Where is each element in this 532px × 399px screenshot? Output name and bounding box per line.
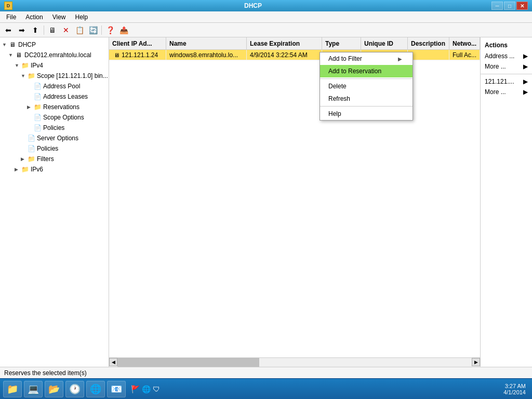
action-more-2[interactable]: More ... ▶	[481, 87, 532, 97]
cell-name: windows8.emrahtolu.lo...	[166, 50, 247, 60]
window-controls: ─ □ ✕	[491, 2, 528, 10]
dhcp-icon: 🖥	[8, 41, 17, 49]
context-menu: Add to Filter ▶ Add to Reservation Delet…	[320, 52, 413, 121]
ctx-delete[interactable]: Delete	[320, 80, 413, 92]
taskbar-explorer[interactable]: 📁	[3, 381, 22, 397]
export-button[interactable]: 📤	[117, 24, 130, 36]
tree-item-ipv6[interactable]: ▶ 📁 IPv6	[0, 164, 109, 175]
taskbar-clock[interactable]: 🕐	[65, 381, 84, 397]
window-title: DHCP	[15, 2, 491, 9]
expand-arrow-fil: ▶	[21, 156, 27, 162]
ctx-add-to-reservation[interactable]: Add to Reservation	[320, 65, 413, 77]
tree-item-server-options[interactable]: 📄 Server Options	[0, 133, 109, 143]
menu-help[interactable]: Help	[71, 12, 92, 22]
table-header: Client IP Ad... Name Lease Expiration Ty…	[109, 37, 480, 50]
properties-button[interactable]: 📋	[73, 24, 86, 36]
server-options-icon: 📄	[27, 134, 35, 142]
expand-arrow-scope: ▼	[21, 73, 27, 78]
col-network[interactable]: Netwo...	[449, 37, 480, 49]
time-display: 3:27 AM	[503, 383, 526, 389]
minimize-button[interactable]: ─	[491, 2, 503, 10]
menu-file[interactable]: File	[2, 12, 20, 22]
tree-item-policies-scope[interactable]: 📄 Policies	[0, 123, 109, 133]
tree-item-scope-options[interactable]: 📄 Scope Options	[0, 112, 109, 123]
up-button[interactable]: ⬆	[29, 24, 42, 36]
scroll-thumb	[117, 358, 259, 367]
taskbar-time[interactable]: 3:27 AM 4/1/2014	[503, 383, 530, 395]
action-more-1[interactable]: More ... ▶	[481, 61, 532, 72]
menu-action[interactable]: Action	[21, 12, 47, 22]
menu-bar: File Action View Help	[0, 11, 532, 23]
delete-button[interactable]: ✕	[60, 24, 72, 36]
col-unique-id[interactable]: Unique ID	[361, 37, 408, 49]
tree-item-ipv4[interactable]: ▼ 📁 IPv4	[0, 60, 109, 71]
tree-item-server[interactable]: ▼ 🖥 DC2012.emrahtolu.local	[0, 50, 109, 60]
reservations-icon: 📁	[33, 103, 42, 111]
horizontal-scrollbar[interactable]: ◀ ▶	[109, 357, 480, 367]
close-button[interactable]: ✕	[516, 2, 528, 10]
content-panel: Client IP Ad... Name Lease Expiration Ty…	[109, 37, 480, 367]
tray-flag-icon: 🚩	[131, 385, 140, 393]
tree-item-policies[interactable]: 📄 Policies	[0, 143, 109, 154]
expand-arrow-server: ▼	[8, 52, 15, 58]
tree-item-reservations[interactable]: ▶ 📁 Reservations	[0, 102, 109, 112]
scope-icon: 📁	[27, 72, 35, 80]
filter-arrow: ▶	[398, 56, 402, 62]
tree-panel: ▼ 🖥 DHCP ▼ 🖥 DC2012.emrahtolu.local ▼ 📁 …	[0, 37, 109, 367]
taskbar-tray: 🚩 🌐 🛡	[127, 385, 164, 393]
separator-1	[44, 25, 44, 35]
taskbar-email[interactable]: 📧	[107, 381, 126, 397]
date-display: 4/1/2014	[503, 389, 526, 395]
taskbar-network[interactable]: 🌐	[86, 381, 105, 397]
actions-divider	[481, 74, 532, 74]
show-hide-button[interactable]: 🖥	[46, 24, 59, 36]
toolbar: ⬅ ➡ ⬆ 🖥 ✕ 📋 🔄 ❓ 📤	[0, 23, 532, 37]
taskbar-powershell[interactable]: 💻	[24, 381, 43, 397]
col-lease[interactable]: Lease Expiration	[247, 37, 322, 49]
col-type[interactable]: Type	[322, 37, 361, 49]
expand-arrow-ipv4: ▼	[15, 63, 21, 68]
status-bar: Reserves the selected item(s)	[0, 367, 532, 378]
refresh-button[interactable]: 🔄	[87, 24, 99, 36]
expand-arrow-res: ▶	[27, 104, 33, 110]
col-client-ip[interactable]: Client IP Ad...	[109, 37, 166, 49]
tree-item-address-pool[interactable]: 📄 Address Pool	[0, 81, 109, 91]
action-arrow-3: ▶	[523, 78, 528, 85]
col-description[interactable]: Description	[408, 37, 449, 49]
status-text: Reserves the selected item(s)	[4, 369, 87, 377]
scroll-right-btn[interactable]: ▶	[472, 358, 480, 366]
action-address[interactable]: Address ... ▶	[481, 51, 532, 61]
menu-view[interactable]: View	[48, 12, 70, 22]
expand-arrow: ▼	[2, 42, 8, 47]
tray-network-icon: 🌐	[142, 385, 151, 393]
policies-icon: 📄	[27, 144, 35, 153]
tree-item-filters[interactable]: ▶ 📁 Filters	[0, 154, 109, 164]
col-name[interactable]: Name	[166, 37, 247, 49]
action-arrow-4: ▶	[523, 88, 528, 96]
address-leases-icon: 📄	[33, 92, 42, 101]
ctx-divider-2	[320, 106, 413, 107]
separator-2	[101, 25, 102, 35]
tree-item-scope[interactable]: ▼ 📁 Scope [121.121.1.0] bin...	[0, 71, 109, 81]
ipv4-icon: 📁	[21, 61, 29, 70]
forward-button[interactable]: ➡	[16, 24, 28, 36]
ctx-refresh[interactable]: Refresh	[320, 92, 413, 105]
tray-shield-icon: 🛡	[153, 385, 160, 393]
row-computer-icon: 🖥	[112, 51, 121, 59]
taskbar-folder[interactable]: 📂	[45, 381, 63, 397]
maximize-button[interactable]: □	[504, 2, 515, 10]
app-icon: D	[4, 2, 12, 10]
table-row[interactable]: 🖥 121.121.1.24 windows8.emrahtolu.lo... …	[109, 50, 480, 60]
tree-item-address-leases[interactable]: 📄 Address Leases	[0, 91, 109, 102]
scroll-track[interactable]	[117, 358, 472, 367]
help-button[interactable]: ❓	[104, 24, 116, 36]
action-ip[interactable]: 121.121.... ▶	[481, 76, 532, 87]
back-button[interactable]: ⬅	[2, 24, 15, 36]
ctx-help[interactable]: Help	[320, 108, 413, 120]
scroll-left-btn[interactable]: ◀	[109, 358, 117, 366]
actions-panel: Actions Address ... ▶ More ... ▶ 121.121…	[480, 37, 532, 367]
ctx-add-to-filter[interactable]: Add to Filter ▶	[320, 52, 413, 65]
policies-scope-icon: 📄	[33, 124, 42, 132]
cell-description	[408, 50, 449, 60]
tree-item-dhcp[interactable]: ▼ 🖥 DHCP	[0, 39, 109, 50]
